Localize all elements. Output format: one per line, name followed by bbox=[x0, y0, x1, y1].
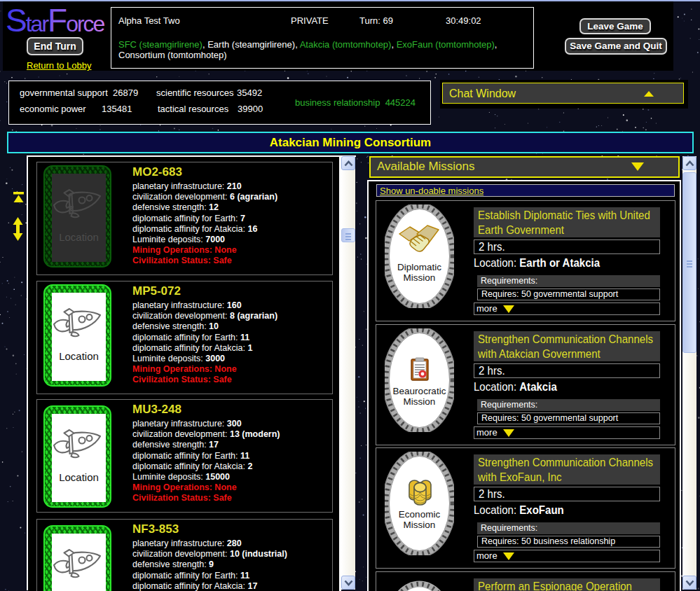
svg-text:StarForce: StarForce bbox=[6, 4, 105, 38]
